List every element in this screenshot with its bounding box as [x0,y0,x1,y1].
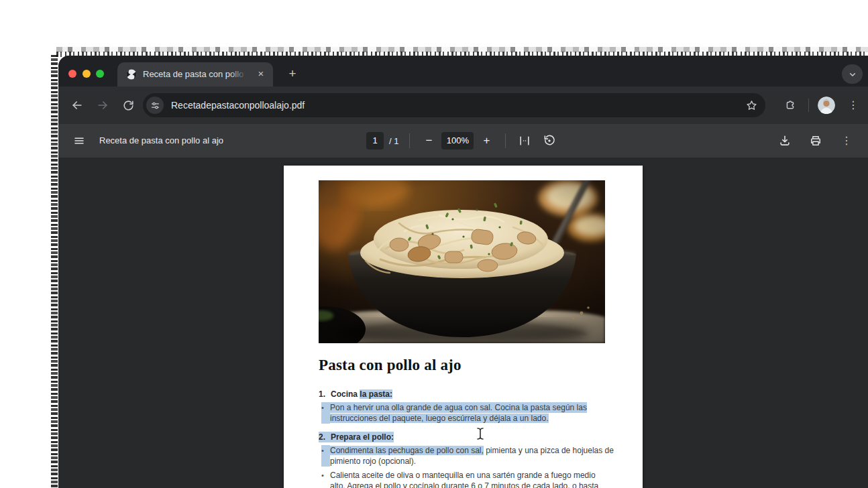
torn-edge-left [51,55,58,488]
zoom-in-button[interactable]: + [478,133,494,149]
bookmark-button[interactable] [743,97,759,113]
zoom-level-input[interactable]: 100% [441,132,474,149]
print-icon [809,134,822,147]
print-button[interactable] [808,133,824,149]
profile-avatar[interactable] [818,97,835,114]
tab-search-button[interactable] [842,64,863,84]
browser-menu-button[interactable]: ⋮ [845,97,861,113]
selected-text: instrucciones del paquete, luego escúrre… [330,414,549,423]
screenshot-stage: Receta de pasta con pollo al ajo × + [0,0,868,488]
new-tab-button[interactable]: + [282,62,303,86]
site-settings-chip[interactable] [146,97,164,114]
tab-close-icon[interactable]: × [254,62,268,86]
page-number-input[interactable]: 1 [366,132,384,149]
tab-strip: Receta de pasta con pollo al ajo × + [58,56,868,86]
step-number: 2. [319,432,331,442]
macos-minimize-button[interactable] [83,70,91,78]
pdf-document-title: Receta de pasta con pollo al ajo [99,124,223,158]
star-icon [745,99,758,112]
active-tab[interactable]: Receta de pasta con pollo al ajo × [117,62,273,86]
step-2-heading: 2. Prepara el pollo: [319,432,616,442]
recipe-steps: 1. Cocina la pasta: • Pon a hervir una o… [319,389,616,488]
step-heading-text: Cocina la pasta: [331,389,392,400]
bullet-text: Pon a hervir una olla grande de agua con… [330,402,587,424]
tab-title-fade [230,62,250,86]
chevron-down-icon [847,69,858,80]
url-text[interactable]: Recetadepastaconpolloalajo.pdf [171,93,305,117]
pdf-toolbar-right: ⋮ [777,133,868,149]
pdf-toolbar-divider [505,133,506,148]
step-2-bullet-2: • Calienta aceite de oliva o mantequilla… [319,470,616,488]
download-button[interactable] [777,133,793,149]
pdf-toolbar-divider [409,133,410,148]
selected-text: Prepara el pollo: [331,432,394,442]
forward-button[interactable] [93,96,112,115]
pdf-toolbar: Receta de pasta con pollo al ajo 1 / 1 −… [58,124,868,158]
fit-to-width-button[interactable] [517,133,533,149]
bullet-icon: • [321,470,330,488]
rotate-ccw-icon [543,134,556,147]
rotate-button[interactable] [541,133,557,149]
macos-fullscreen-button[interactable] [96,70,104,78]
recipe-photo-pasta-bowl [319,180,605,343]
reload-button[interactable] [119,96,138,115]
extensions-button[interactable] [780,96,799,115]
step-1-heading: 1. Cocina la pasta: [319,389,616,400]
forward-arrow-icon [96,99,109,112]
bullet-text: Condimenta las pechugas de pollo con sal… [330,445,614,467]
browser-toolbar: Recetadepastaconpolloalajo.pdf ⋮ [58,86,868,124]
puzzle-piece-icon [783,99,796,112]
page-count-label: / 1 [389,136,398,146]
zoom-out-button[interactable]: − [421,133,437,149]
selected-text: la pasta: [360,389,392,399]
bullet-text: Calienta aceite de oliva o mantequilla e… [330,470,598,488]
step-number: 1. [319,389,331,400]
avatar-image [818,97,835,114]
download-icon [778,134,792,147]
pdf-page-controls: 1 / 1 − 100% + [366,124,557,158]
back-arrow-icon [70,99,84,112]
selected-text: Condimenta las pechugas de pollo con sal… [330,446,484,455]
text-cursor-ibeam-icon [476,427,485,443]
browser-window: Receta de pasta con pollo al ajo × + [58,56,868,488]
step-2-bullet-1: • Condimenta las pechugas de pollo con s… [319,445,616,467]
bullet-icon: • [321,445,330,467]
address-bar[interactable]: Recetadepastaconpolloalajo.pdf [143,93,765,117]
toolbar-divider [808,99,809,112]
hamburger-icon [73,135,85,147]
tune-icon [150,101,160,111]
bullet-icon: • [321,402,330,424]
pdf-viewer[interactable]: Pasta con pollo al ajo 1. Cocina la past… [58,158,868,488]
back-button[interactable] [68,96,87,115]
reload-icon [122,99,135,112]
macos-close-button[interactable] [68,70,76,78]
tab-favicon-globe-icon [126,69,137,80]
recipe-title: Pasta con pollo al ajo [319,357,462,374]
pdf-menu-button[interactable] [72,134,86,147]
pdf-more-button[interactable]: ⋮ [838,133,855,149]
step-1-bullet-1: • Pon a hervir una olla grande de agua c… [319,402,616,424]
pdf-page[interactable]: Pasta con pollo al ajo 1. Cocina la past… [284,166,643,488]
fit-width-icon [518,134,531,147]
selected-text: Pon a hervir una olla grande de agua con… [330,402,587,413]
